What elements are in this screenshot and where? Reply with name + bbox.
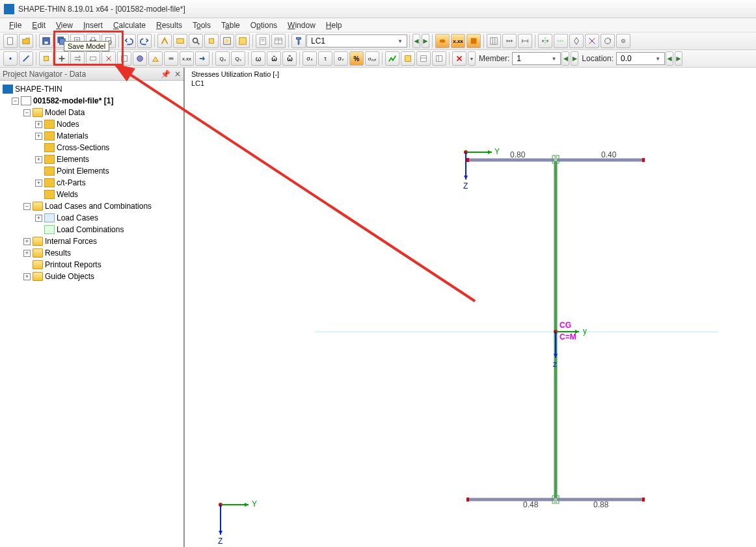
sigma-pl-icon[interactable]: σₓₚₗ — [365, 51, 379, 66]
zoom-icon[interactable] — [189, 34, 203, 48]
prev-lc-button[interactable]: ◄ — [412, 34, 420, 48]
redo-icon[interactable] — [137, 34, 152, 48]
expand-icon[interactable]: + — [35, 133, 42, 140]
tool-d-icon[interactable] — [86, 51, 100, 66]
tree-nodes[interactable]: +Nodes — [1, 118, 182, 130]
fit-icon[interactable] — [220, 34, 234, 48]
member-prev-button[interactable]: ◄ — [561, 51, 569, 66]
graphics-viewport[interactable]: Stresses Utilization Ratio [-] LC1 — [184, 68, 756, 547]
sigma-x-icon[interactable]: σₓ — [303, 51, 317, 66]
close-icon[interactable]: ✕ — [174, 70, 181, 79]
qu-icon[interactable]: Qᵤ — [215, 51, 230, 66]
expand-icon[interactable]: + — [35, 180, 42, 187]
symmetry-y-icon[interactable] — [554, 34, 568, 48]
tree-lcc[interactable]: −Load Cases and Combinations — [1, 200, 182, 212]
calculate-icon[interactable] — [157, 34, 172, 48]
tool-h-icon[interactable] — [148, 51, 163, 66]
sigma-v-icon[interactable]: σᵥ — [334, 51, 348, 66]
sections-icon[interactable] — [291, 34, 306, 48]
tool-f-icon[interactable] — [117, 51, 131, 66]
edit-node-icon[interactable] — [3, 51, 18, 66]
tree-printout[interactable]: Printout Reports — [1, 259, 182, 271]
collapse-icon[interactable]: − — [23, 109, 31, 116]
arrow-icon[interactable] — [195, 51, 209, 66]
expand-icon[interactable]: + — [23, 250, 31, 257]
tau-icon[interactable]: τ — [318, 51, 332, 66]
menu-window[interactable]: Window — [282, 20, 321, 31]
dropdown-icon[interactable]: ▼ — [468, 51, 476, 66]
tool-i-icon[interactable] — [164, 51, 178, 66]
collapse-icon[interactable]: − — [23, 203, 31, 210]
menu-help[interactable]: Help — [321, 20, 347, 31]
tool-e-icon[interactable] — [101, 51, 116, 66]
tree-root[interactable]: SHAPE-THIN — [1, 83, 182, 95]
expand-icon[interactable]: + — [23, 238, 31, 245]
menu-results[interactable]: Results — [151, 20, 187, 31]
expand-icon[interactable]: + — [23, 273, 31, 280]
menu-calculate[interactable]: Calculate — [108, 20, 151, 31]
loadcase-combo[interactable]: LC1 ▼ — [306, 34, 407, 47]
expand-icon[interactable]: + — [35, 156, 42, 163]
center-icon[interactable] — [616, 34, 630, 48]
undo-icon[interactable] — [122, 34, 136, 48]
tool-c-icon[interactable] — [70, 51, 85, 66]
tree-point-elements[interactable]: Point Elements — [1, 165, 182, 177]
close-x-icon[interactable] — [452, 51, 466, 66]
tree-model[interactable]: −001582-model-file* [1] — [1, 95, 182, 107]
qv-icon[interactable]: Qᵥ — [231, 51, 245, 66]
result3-icon[interactable] — [416, 51, 431, 66]
menu-file[interactable]: File — [4, 20, 27, 31]
view-icon[interactable] — [236, 34, 250, 48]
collapse-icon[interactable]: − — [12, 98, 19, 105]
omega1-icon[interactable]: ω — [251, 51, 265, 66]
table-icon[interactable] — [271, 34, 286, 48]
save-icon[interactable] — [39, 34, 53, 48]
new-icon[interactable] — [3, 34, 18, 48]
navigator-tree[interactable]: SHAPE-THIN −001582-model-file* [1] −Mode… — [0, 81, 183, 547]
result2-icon[interactable] — [401, 51, 415, 66]
result1-icon[interactable] — [385, 51, 399, 66]
menu-options[interactable]: Options — [245, 20, 282, 31]
location-next-button[interactable]: ► — [675, 51, 682, 66]
open-icon[interactable] — [19, 34, 33, 48]
tree-internal-forces[interactable]: +Internal Forces — [1, 235, 182, 247]
tree-materials[interactable]: +Materials — [1, 130, 182, 142]
xxx-icon[interactable]: x.xx — [180, 51, 194, 66]
rotate-icon[interactable] — [601, 34, 615, 48]
tree-ct-parts[interactable]: +c/t-Parts — [1, 177, 182, 189]
show-results-icon[interactable] — [466, 34, 481, 48]
dims-icon[interactable] — [518, 34, 532, 48]
tree-load-combinations[interactable]: Load Combinations — [1, 224, 182, 235]
omega3-icon[interactable]: ω̃ — [282, 51, 297, 66]
tree-load-cases[interactable]: +Load Cases — [1, 212, 182, 224]
edit-line-icon[interactable] — [19, 51, 33, 66]
result4-icon[interactable] — [432, 51, 446, 66]
member-combo[interactable]: 1 ▼ — [512, 52, 561, 65]
menu-tools[interactable]: Tools — [187, 20, 216, 31]
tree-results[interactable]: +Results — [1, 247, 182, 259]
pin-icon[interactable]: 📌 — [161, 70, 170, 79]
expand-icon[interactable]: + — [35, 121, 42, 128]
tree-welds[interactable]: Welds — [1, 189, 182, 200]
tool-b-icon[interactable] — [55, 51, 69, 66]
tree-elements[interactable]: +Elements — [1, 153, 182, 165]
scale-icon[interactable] — [502, 34, 517, 48]
omega2-icon[interactable]: ω̄ — [267, 51, 281, 66]
tool-g-icon[interactable] — [133, 51, 147, 66]
measure-icon[interactable]: x.xx — [451, 34, 465, 48]
show-icon[interactable] — [173, 34, 187, 48]
grid-icon[interactable] — [487, 34, 501, 48]
mirror-icon[interactable] — [569, 34, 584, 48]
tool-a-icon[interactable] — [39, 51, 53, 66]
menu-view[interactable]: View — [51, 20, 78, 31]
member-next-button[interactable]: ► — [571, 51, 578, 66]
menu-table[interactable]: Table — [216, 20, 245, 31]
symmetry-x-icon[interactable] — [538, 34, 552, 48]
tree-model-data[interactable]: −Model Data — [1, 107, 182, 118]
ratio-icon[interactable]: % — [349, 51, 364, 66]
axes-icon[interactable] — [585, 34, 599, 48]
next-lc-button[interactable]: ► — [422, 34, 429, 48]
tree-guide[interactable]: +Guide Objects — [1, 271, 182, 282]
pan-icon[interactable] — [204, 34, 219, 48]
render-icon[interactable] — [435, 34, 450, 48]
